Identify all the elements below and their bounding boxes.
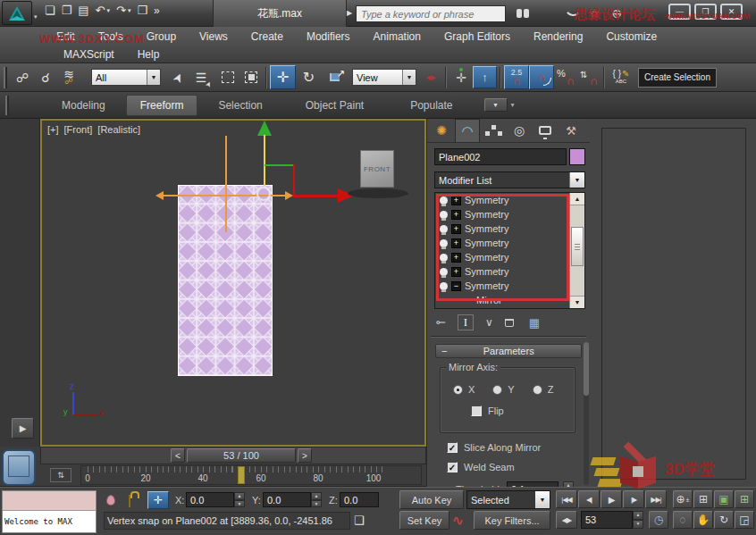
- modifier-row-symmetry[interactable]: +Symmetry: [435, 222, 569, 236]
- search-icon[interactable]: [517, 9, 522, 18]
- time-configuration-button[interactable]: ◷: [649, 511, 668, 529]
- expand-toggle-icon[interactable]: +: [451, 267, 461, 277]
- menu-maxscript[interactable]: MAXScript: [52, 46, 126, 63]
- select-and-manipulate-icon[interactable]: ✛: [449, 66, 473, 89]
- zoom-all-button[interactable]: ⊞: [693, 490, 713, 508]
- select-by-name-icon[interactable]: ☰➤: [189, 66, 213, 89]
- new-file-icon[interactable]: ❏: [45, 4, 55, 17]
- viewport-pov-menu[interactable]: [Front]: [64, 124, 93, 135]
- menu-animation[interactable]: Animation: [362, 29, 433, 45]
- modifier-row-symmetry[interactable]: +Symmetry: [435, 236, 569, 250]
- viewport-layout-tab-button[interactable]: [2, 449, 36, 486]
- auto-key-button[interactable]: Auto Key: [399, 490, 464, 509]
- viewport-shading-menu[interactable]: [Realistic]: [97, 124, 140, 135]
- zoom-extents-all-button[interactable]: ⊞: [735, 490, 754, 508]
- app-logo-button[interactable]: [2, 1, 32, 25]
- modifier-bulb-icon[interactable]: [440, 254, 448, 262]
- title-arrow-icon[interactable]: ▶: [347, 9, 352, 17]
- modifier-bulb-icon[interactable]: [440, 239, 448, 247]
- spin-down-icon[interactable]: ▼: [633, 520, 643, 529]
- spin-down-icon[interactable]: ▼: [234, 500, 245, 508]
- modifier-list-dropdown[interactable]: Modifier List ▼: [434, 171, 585, 188]
- y-coordinate-field[interactable]: 0.0: [263, 492, 311, 507]
- menu-rendering[interactable]: Rendering: [522, 29, 594, 45]
- pan-button[interactable]: ✋: [693, 511, 713, 529]
- pin-stack-icon[interactable]: ⊸: [436, 316, 446, 330]
- time-slider-handle[interactable]: 53 / 100: [187, 448, 296, 463]
- x-spinner[interactable]: ▲▼: [234, 492, 245, 507]
- frame-back-button[interactable]: <: [171, 448, 185, 463]
- menu-help[interactable]: Help: [126, 46, 172, 63]
- modifier-row-symmetry[interactable]: +Symmetry: [435, 250, 569, 264]
- ribbon-tab-populate[interactable]: Populate: [397, 96, 466, 115]
- transform-typein-toggle[interactable]: ✛: [147, 491, 169, 509]
- current-frame-marker[interactable]: [238, 466, 245, 484]
- menu-modifiers[interactable]: Modifiers: [295, 29, 362, 45]
- go-to-start-button[interactable]: |◀◀: [556, 490, 577, 508]
- expand-toggle-icon[interactable]: +: [451, 210, 461, 220]
- search-input[interactable]: [356, 5, 506, 22]
- save-file-icon[interactable]: ▤: [78, 4, 88, 17]
- modifier-bulb-icon[interactable]: [440, 282, 448, 290]
- object-color-swatch[interactable]: [569, 148, 585, 165]
- y-spinner[interactable]: ▲▼: [311, 492, 322, 507]
- radio-axis-x[interactable]: [453, 385, 463, 395]
- viewcube[interactable]: FRONT: [360, 150, 394, 188]
- macro-recorder-pane[interactable]: [3, 491, 96, 511]
- previous-frame-button[interactable]: ◀|: [578, 490, 600, 508]
- percent-snap-toggle-icon[interactable]: %∩: [554, 66, 577, 89]
- spinner-snap-toggle-icon[interactable]: ⇅∩: [577, 66, 601, 89]
- panel-scrollbar[interactable]: [584, 342, 589, 485]
- key-mode-toggle[interactable]: ◀▶: [556, 511, 577, 529]
- license-key-icon[interactable]: [538, 8, 552, 19]
- frame-forward-button[interactable]: >: [298, 448, 312, 463]
- modifier-row-symmetry[interactable]: −Symmetry: [435, 279, 569, 293]
- z-coordinate-field[interactable]: 0.0: [340, 492, 379, 507]
- frame-spinner[interactable]: ▲▼: [633, 511, 643, 529]
- bind-to-spacewarp-icon[interactable]: ≋☍: [57, 66, 80, 89]
- slice-checkbox[interactable]: ✓: [447, 442, 458, 453]
- window-crossing-icon[interactable]: [239, 66, 263, 89]
- gizmo-x-axis[interactable]: [293, 195, 340, 197]
- rectangular-selection-region-icon[interactable]: [216, 66, 239, 89]
- open-mini-track-icon[interactable]: ⇅: [50, 468, 71, 482]
- mirror-button[interactable]: ◂▸: [419, 66, 442, 89]
- logo-dropdown-icon[interactable]: ▾: [34, 13, 38, 21]
- viewport[interactable]: [+] [Front] [Realistic]: [40, 119, 426, 447]
- grid-toggle-icon[interactable]: ❑: [354, 514, 365, 527]
- ribbon-tab-object-paint[interactable]: Object Paint: [292, 96, 377, 115]
- menu-graph-editors[interactable]: Graph Editors: [433, 29, 522, 45]
- spin-up-icon[interactable]: ▲: [633, 511, 643, 520]
- expand-toggle-icon[interactable]: +: [451, 238, 461, 248]
- gizmo-y-arrowhead-icon[interactable]: [257, 121, 272, 136]
- tab-hierarchy[interactable]: [481, 120, 506, 142]
- selection-filter-dropdown[interactable]: All ▼: [91, 69, 161, 86]
- modifier-row-symmetry[interactable]: +Symmetry: [435, 193, 569, 207]
- flip-checkbox[interactable]: [471, 405, 482, 416]
- spin-up-icon[interactable]: ▲: [311, 492, 322, 500]
- parameters-rollout-header[interactable]: − Parameters: [435, 344, 582, 358]
- select-object-icon[interactable]: ➤: [166, 66, 189, 89]
- redo-dropdown-icon[interactable]: ▾: [128, 7, 131, 14]
- key-filters-button[interactable]: Key Filters...: [474, 511, 550, 530]
- gizmo-xy-plane-top[interactable]: [265, 164, 294, 166]
- panel-expander-button[interactable]: ▶: [12, 418, 34, 439]
- ribbon-drag-handle[interactable]: [5, 96, 9, 115]
- radio-axis-y[interactable]: [492, 385, 502, 395]
- modifier-row-symmetry[interactable]: +Symmetry: [435, 207, 569, 222]
- expand-toggle-icon[interactable]: +: [451, 253, 461, 263]
- zoom-extents-button[interactable]: ▣: [714, 490, 734, 508]
- modifier-bulb-icon[interactable]: [440, 211, 448, 219]
- ribbon-tab-modeling[interactable]: Modeling: [48, 96, 119, 115]
- expand-toggle-icon[interactable]: +: [451, 224, 461, 234]
- gizmo-y-axis[interactable]: [264, 135, 265, 186]
- reference-coordinate-dropdown[interactable]: View ▼: [352, 69, 416, 86]
- menu-create[interactable]: Create: [239, 29, 295, 45]
- isolate-selection-icon[interactable]: [106, 495, 115, 506]
- ribbon-minimize-button[interactable]: ▼: [484, 98, 508, 112]
- create-selection-set-field[interactable]: Create Selection: [638, 68, 717, 88]
- modifier-bulb-icon[interactable]: [440, 225, 448, 233]
- track-ruler[interactable]: 0 20 40 60 80 100: [80, 465, 422, 485]
- spin-up-icon[interactable]: ▲: [234, 492, 245, 500]
- configure-modifier-sets-icon[interactable]: ▦: [529, 316, 540, 330]
